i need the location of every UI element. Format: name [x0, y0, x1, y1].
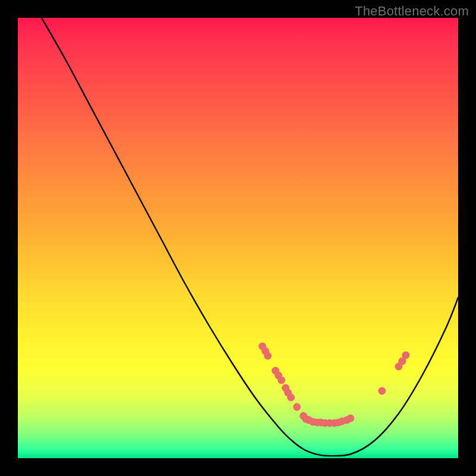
curve-marker-dot: [347, 415, 355, 422]
curve-marker-dot: [293, 403, 301, 411]
curve-marker-dot: [402, 352, 410, 359]
curve-marker-group: [259, 343, 410, 427]
curve-marker-dot: [264, 352, 272, 360]
chart-plot-area: [18, 18, 458, 458]
curve-marker-dot: [287, 394, 295, 402]
bottleneck-curve-svg: [18, 18, 458, 458]
bottleneck-curve-line: [42, 18, 458, 456]
curve-marker-dot: [278, 377, 286, 384]
curve-marker-dot: [378, 387, 386, 395]
watermark-label: TheBottleneck.com: [355, 4, 469, 19]
